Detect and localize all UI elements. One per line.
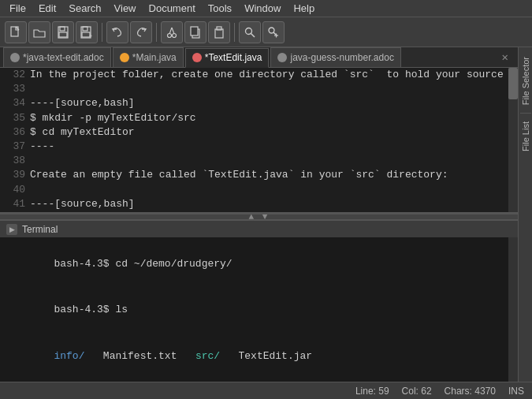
code-content: 32In the project folder, create one dire… [0, 68, 518, 214]
tab-textedit-java[interactable]: *TextEdit.java [185, 48, 270, 68]
svg-rect-2 [60, 27, 65, 31]
new-button[interactable] [5, 21, 27, 43]
tab-label-guess: java-guess-number.adoc [290, 52, 393, 63]
tab-label-main: *Main.java [132, 52, 177, 63]
editor-scrollbar[interactable] [508, 68, 518, 212]
svg-rect-5 [83, 27, 87, 31]
sidebar-divider [520, 113, 531, 114]
svg-line-10 [169, 28, 172, 34]
terminal-icon: ▶ [6, 224, 17, 235]
svg-text:+: + [89, 33, 92, 39]
svg-rect-14 [215, 29, 223, 38]
table-row: 38 [3, 154, 515, 168]
editor-area: *java-text-edit.adoc *Main.java *TextEdi… [0, 47, 518, 382]
terminal-line-2: bash-4.3$ ls [5, 287, 513, 334]
svg-point-16 [246, 28, 252, 34]
editor-scrollbar-thumb[interactable] [508, 68, 518, 99]
terminal-prompt-1: bash-4.3$ cd ~/demo/drudgery/ [54, 258, 232, 270]
save-button[interactable] [52, 21, 74, 43]
code-view[interactable]: 32In the project folder, create one dire… [0, 68, 518, 214]
terminal-tab-label: Terminal [22, 224, 58, 235]
statusbar: Line: 59 Col: 62 Chars: 4370 INS [0, 382, 532, 399]
menu-document[interactable]: Document [143, 1, 202, 16]
tab-label-textedit: *TextEdit.java [205, 52, 262, 63]
terminal-line-1: bash-4.3$ cd ~/demo/drudgery/ [5, 241, 513, 287]
sidebar-item-file-selector[interactable]: File Selector [519, 50, 532, 111]
menu-file[interactable]: File [3, 1, 32, 16]
sidebar: File Selector File List [518, 47, 532, 382]
table-row: 35$ mkdir -p myTextEditor/src [3, 111, 515, 125]
menu-search[interactable]: Search [62, 1, 107, 16]
save-as-button[interactable]: + [76, 21, 98, 43]
tab-guess-number[interactable]: java-guess-number.adoc [270, 47, 400, 67]
table-row: 40 [3, 183, 515, 197]
tab-icon-main [120, 53, 129, 62]
terminal-prompt-2: bash-4.3$ ls [54, 304, 128, 315]
svg-point-9 [173, 33, 177, 37]
terminal-output-1: info/ Manifest.txt src/ TextEdit.jar [5, 333, 513, 379]
tab-icon-textedit [192, 53, 202, 62]
terminal-scrollbar[interactable] [508, 237, 518, 382]
toolbar-separator-1 [102, 23, 102, 42]
terminal-dir-src: src/ [195, 350, 220, 362]
undo-button[interactable] [106, 21, 128, 43]
table-row: 41----[source,bash] [3, 197, 515, 211]
menubar: File Edit Search View Document Tools Win… [0, 0, 532, 17]
terminal-tab[interactable]: ▶ Terminal [6, 224, 58, 235]
table-row: 34----[source,bash] [3, 96, 515, 110]
copy-button[interactable] [184, 21, 206, 43]
table-row: 42$ touch src/TextEditor.java [3, 211, 515, 214]
tab-icon-java-text [10, 53, 20, 62]
svg-point-8 [168, 33, 172, 37]
menu-window[interactable]: Window [238, 1, 287, 16]
table-row: 36$ cd myTextEditor [3, 125, 515, 140]
terminal-resize-handle[interactable]: ▲ ▼ [0, 214, 518, 220]
terminal-jar: TextEdit.jar [220, 350, 312, 362]
toolbar-separator-3 [234, 23, 235, 42]
status-mode: INS [508, 386, 524, 397]
svg-point-18 [269, 28, 274, 33]
toolbar-separator-2 [156, 23, 157, 42]
find-replace-button[interactable] [262, 21, 285, 43]
table-row: 33 [3, 82, 515, 96]
menu-view[interactable]: View [108, 1, 143, 16]
tabbar: *java-text-edit.adoc *Main.java *TextEdi… [0, 47, 518, 68]
cut-button[interactable] [161, 21, 183, 43]
status-col: Col: 62 [402, 386, 432, 397]
table-row: 39Create an empty file called `TextEdit.… [3, 168, 515, 182]
svg-rect-15 [217, 27, 221, 30]
terminal-manifest: Manifest.txt [84, 350, 195, 362]
svg-line-17 [251, 33, 255, 37]
status-chars: Chars: 4370 [445, 386, 496, 397]
svg-rect-3 [59, 32, 67, 37]
menu-edit[interactable]: Edit [32, 1, 62, 16]
tab-java-text-edit[interactable]: *java-text-edit.adoc [3, 47, 111, 67]
table-row: 32In the project folder, create one dire… [3, 68, 515, 82]
redo-button[interactable] [130, 21, 152, 43]
svg-rect-13 [191, 27, 198, 35]
tab-label-java-text: *java-text-edit.adoc [23, 52, 104, 63]
status-line: Line: 59 [355, 386, 389, 397]
terminal-dir-info: info/ [54, 350, 84, 362]
open-button[interactable] [28, 21, 50, 43]
sidebar-item-file-list[interactable]: File List [519, 115, 532, 158]
table-row: 37---- [3, 140, 515, 154]
close-all-tabs-button[interactable]: ✕ [497, 49, 513, 65]
svg-line-11 [172, 28, 174, 34]
terminal-tab-bar: ▶ Terminal [0, 220, 518, 237]
find-button[interactable] [239, 21, 261, 43]
terminal-line-3: bash-4.3$ [5, 379, 513, 382]
terminal-area[interactable]: bash-4.3$ cd ~/demo/drudgery/ bash-4.3$ … [0, 237, 518, 382]
tab-icon-guess [277, 53, 287, 62]
toolbar: + [0, 17, 532, 47]
menu-help[interactable]: Help [287, 1, 321, 16]
tab-main-java[interactable]: *Main.java [113, 47, 184, 67]
menu-tools[interactable]: Tools [202, 1, 238, 16]
svg-line-19 [273, 32, 276, 35]
paste-button[interactable] [208, 21, 230, 43]
